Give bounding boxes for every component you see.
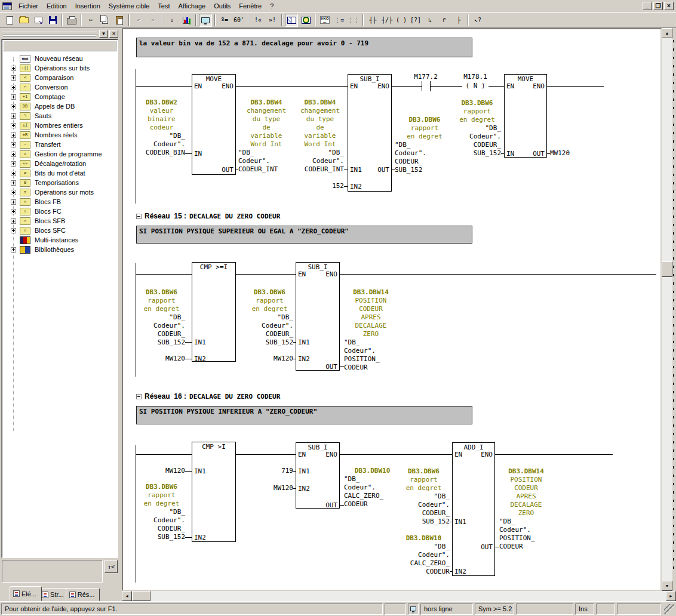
expand-plus-icon[interactable]: [11, 94, 16, 100]
mdi-document-icon[interactable]: [2, 2, 12, 10]
contact-no-button[interactable]: ┤├: [366, 14, 379, 27]
sidebar-titlebar[interactable]: ▼ ✕: [1, 29, 118, 38]
sidebar-item-multi-instances[interactable]: Multi-instances: [3, 235, 116, 245]
operand-text[interactable]: MW120: [246, 355, 293, 363]
operand-text[interactable]: DB3.DBW2valeurbinairecodeur"DB_Codeur".C…: [138, 98, 185, 157]
sidebar-item-blocs-sfc[interactable]: ▫Blocs SFC: [3, 226, 116, 235]
monitor-on-off-button[interactable]: [199, 14, 212, 27]
scroll-right-button[interactable]: ►: [666, 591, 676, 601]
sidebar-item-biblioth-ques[interactable]: Bibliothèques: [3, 245, 116, 254]
expand-plus-icon[interactable]: [11, 104, 16, 109]
expand-plus-icon[interactable]: [11, 85, 16, 90]
sidebar-item-comptage[interactable]: +1Comptage: [3, 92, 116, 101]
expand-plus-icon[interactable]: [11, 190, 16, 195]
operand-text[interactable]: MW120: [246, 484, 293, 492]
sidebar-item-op-rations-sur-mots[interactable]: ≡Opérations sur mots: [3, 187, 116, 197]
download-button[interactable]: ⇓: [165, 14, 179, 27]
fbd-block-move[interactable]: MOVEENENOINOUT: [504, 74, 547, 158]
operand-text[interactable]: DB3.DBW10"DB_Codeur".CALC_ZERO_CODEUR: [398, 534, 450, 576]
contact-nc-button[interactable]: ┤/├: [380, 14, 394, 27]
menu-?[interactable]: ?: [266, 1, 278, 11]
close-button[interactable]: ×: [664, 2, 674, 10]
menu-fichier[interactable]: Fichier: [14, 1, 42, 11]
sidebar-item-nouveau-r-seau[interactable]: HKONouveau réseau: [3, 54, 116, 63]
operand-text[interactable]: DB3.DBW6rapporten degret"DB_Codeur".CODE…: [398, 467, 450, 526]
call-structure-button[interactable]: ⋮⋮: [347, 14, 360, 27]
expand-plus-icon[interactable]: [11, 133, 16, 138]
collapse-network-icon[interactable]: [136, 214, 142, 219]
operand-text[interactable]: MW120: [138, 467, 185, 475]
sidebar-item-bits-du-mot-d-tat[interactable]: ≠Bits du mot d'état: [3, 168, 116, 178]
operand-text[interactable]: DB3.DBW6rapporten degret"DB_Codeur".CODE…: [138, 288, 185, 347]
new-document-button[interactable]: [3, 14, 16, 27]
symbolic-representation-button[interactable]: 60': [232, 14, 245, 27]
sidebar-item-temporisations[interactable]: ΘTemporisations: [3, 178, 116, 187]
new-network-button[interactable]: HKO: [318, 14, 331, 27]
tab-rs[interactable]: Rés...: [66, 588, 100, 601]
undo-button[interactable]: ↶: [132, 14, 145, 27]
split-view-button[interactable]: [285, 14, 298, 27]
tab-el[interactable]: Elé...: [10, 586, 42, 601]
scroll-left-button[interactable]: ◄: [122, 591, 132, 601]
sidebar-close-button[interactable]: ✕: [109, 30, 118, 38]
fbd-block-cmp-i[interactable]: CMP >IIN1IN2: [192, 442, 236, 542]
expand-plus-icon[interactable]: [11, 218, 16, 224]
vertical-scroll-thumb[interactable]: [662, 261, 672, 277]
help-select-button[interactable]: ↖?: [471, 14, 484, 27]
operand-text[interactable]: DB3.DBW14POSITIONCODEURAPRESDECALAGEZERO…: [344, 288, 398, 372]
sidebar-grip[interactable]: [2, 32, 97, 35]
accessible-nodes-button[interactable]: [180, 14, 193, 27]
branch-open-button[interactable]: ↳: [423, 14, 437, 27]
menu-insertion[interactable]: Insertion: [71, 1, 105, 11]
contact-no-bar[interactable]: [430, 81, 431, 91]
expand-plus-icon[interactable]: [11, 142, 16, 147]
save-block-button[interactable]: [46, 14, 59, 27]
expand-plus-icon[interactable]: [11, 161, 16, 167]
menu-outils[interactable]: Outils: [210, 1, 235, 11]
expand-plus-icon[interactable]: [11, 66, 16, 71]
redo-button[interactable]: ↷: [146, 14, 159, 27]
resize-grip[interactable]: [664, 604, 674, 614]
fbd-block-cmp-i[interactable]: CMP >=IIN1IN2: [192, 262, 236, 362]
menu-test[interactable]: Test: [153, 1, 174, 11]
sidebar-item-nombres-entiers[interactable]: ±INombres entiers: [3, 121, 116, 130]
sidebar-item-transfert[interactable]: ~Transfert: [3, 140, 116, 149]
sidebar-item-gestion-de-programme[interactable]: »Gestion de programme: [3, 149, 116, 159]
sidebar-item-blocs-fb[interactable]: ▫Blocs FB: [3, 197, 116, 207]
branch-close-button[interactable]: ↱: [438, 14, 451, 27]
operand-text[interactable]: DB3.DBW6rapporten degret"DB_Codeur".CODE…: [395, 116, 454, 174]
tab-str[interactable]: Str...: [38, 588, 69, 601]
fbd-block-sub-i[interactable]: SUB_IENENOIN1IN2OUT: [296, 442, 340, 509]
expand-plus-icon[interactable]: [11, 171, 16, 176]
fbd-block-add-i[interactable]: ADD_IENENOIN1IN2OUT: [452, 442, 495, 576]
address-overview-button[interactable]: º=: [218, 14, 231, 27]
network-comment[interactable]: la valeur bin va de 152 a 871. decalage …: [136, 38, 472, 57]
negative-edge-contact[interactable]: ( N ): [462, 82, 488, 90]
program-elements-button[interactable]: ⋮≡: [333, 14, 346, 27]
expand-plus-icon[interactable]: [11, 247, 16, 252]
fbd-block-move[interactable]: MOVEENENOINOUT: [192, 74, 236, 175]
expand-plus-icon[interactable]: [11, 152, 16, 157]
operand-text[interactable]: MW120: [138, 355, 185, 363]
menu-edition[interactable]: Edition: [42, 1, 71, 11]
fbd-block-sub-i[interactable]: SUB_IENENOIN1IN2OUT: [348, 74, 392, 192]
paste-button[interactable]: [113, 14, 126, 27]
fbd-block-sub-i[interactable]: SUB_IENENOIN1IN2OUT: [296, 262, 340, 371]
network-comment[interactable]: SI POSITION PYSIQUE INFERIEUR A "ZERO_CO…: [136, 406, 472, 424]
open-block-button[interactable]: [32, 14, 45, 27]
overview-window-button[interactable]: [299, 14, 312, 27]
scroll-up-button[interactable]: ▲: [662, 28, 672, 38]
sidebar-item-sauts[interactable]: ↰Sauts: [3, 111, 116, 121]
sidebar-item-d-calage-rotation[interactable]: «»Décalage/rotation: [3, 159, 116, 168]
empty-box-button[interactable]: [?]: [409, 14, 422, 27]
sidebar-item-nombres-r-els[interactable]: ±RNombres réels: [3, 130, 116, 140]
collapse-network-icon[interactable]: [136, 394, 142, 399]
sidebar-item-conversion[interactable]: ⌐Conversion: [3, 82, 116, 92]
network-comment[interactable]: SI POSITION PYSIQUE SUPERIEUR OU EGAL A …: [136, 226, 472, 244]
expand-plus-icon[interactable]: [11, 180, 16, 186]
branch-t-button[interactable]: ├: [452, 14, 465, 27]
copy-button[interactable]: [99, 14, 112, 27]
sidebar-item-op-rations-sur-bits[interactable]: -||Opérations sur bits: [3, 63, 116, 73]
horizontal-scrollbar[interactable]: ◄ ►: [122, 591, 676, 601]
operand-text[interactable]: DB3.DBW6rapporten degret"DB_Codeur".CODE…: [138, 483, 185, 541]
